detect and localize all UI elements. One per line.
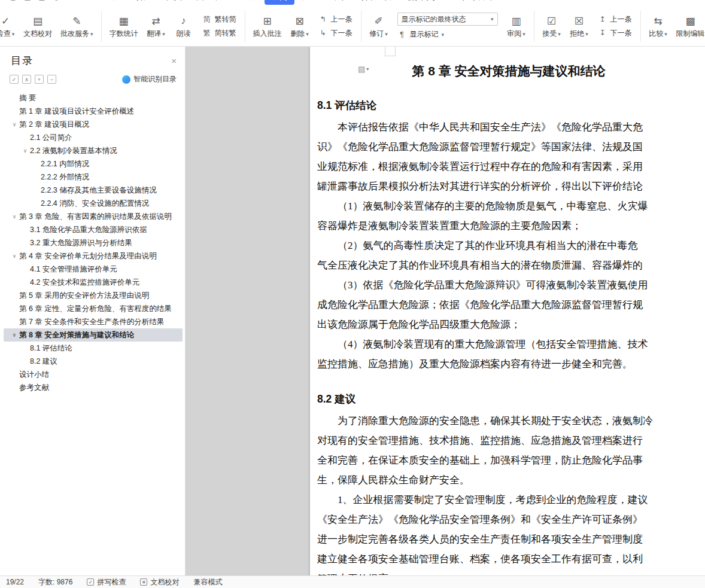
page-indicator[interactable]: 19/22 [6, 578, 24, 586]
doc-proofread-toggle[interactable]: ✕ 文档校对 [140, 577, 179, 587]
toc-item[interactable]: 2.2.1 内部情况 [4, 157, 183, 170]
undo-icon[interactable]: ↶ [63, 0, 78, 1]
toc-item[interactable]: 3.1 危险化学品重大危险源辨识依据 [4, 223, 183, 236]
toc-item[interactable]: 第 5 章 采用的安全评价方法及理由说明 [4, 289, 183, 302]
tab-页面布局[interactable]: 页面布局 [189, 0, 235, 5]
toc-item[interactable]: ∨第 2 章 建设项目概况 [4, 118, 183, 131]
ruler-toggle[interactable] [385, 47, 396, 56]
preview-icon[interactable]: ◎ [49, 0, 63, 1]
delete-comment-button[interactable]: ⊠删除▾ [286, 8, 314, 45]
simp-icon: 简 [202, 14, 212, 25]
tab-视图[interactable]: 视图 [294, 0, 324, 5]
redo-icon[interactable]: ↷ [78, 0, 92, 1]
toc-item-label: 2.2.1 内部情况 [41, 159, 89, 169]
track-changes-button[interactable]: ✐修订▾ [365, 8, 393, 45]
document-page[interactable]: ▤▾ 第 8 章 安全对策措施与建议和结论 8.1 评估结论本评估报告依据《中华… [310, 47, 705, 575]
spell-check-toggle[interactable]: ✓ 拼写检查 [87, 577, 126, 587]
tab-插入[interactable]: 插入 [159, 0, 189, 5]
correction-service-button[interactable]: ✎批改服务▾ [56, 8, 98, 45]
find-command[interactable]: 查找命令 [457, 0, 494, 2]
review-ribbon: ✓检查▾▤文档校对✎批改服务▾▦字数统计⇄翻译▾♪朗读简繁转简繁简转繁⊞插入批注… [0, 6, 705, 47]
toc-item[interactable]: 2.2.2 外部情况 [4, 170, 183, 184]
toc-item[interactable]: 8.2 建议 [4, 355, 183, 368]
toc-item[interactable]: 2.1 公司简介 [4, 131, 183, 144]
tab-引用[interactable]: 引用 [235, 0, 265, 5]
toc-item[interactable]: 第 7 章 安全条件和安全生产条件的分析结果 [4, 315, 183, 328]
insert-comment-button[interactable]: ⊞插入批注 [249, 8, 286, 45]
translate-button[interactable]: ⇄翻译▾ [142, 8, 170, 45]
toc-item-label: 2.2 液氨制冷装置基本情况 [30, 146, 117, 156]
mode-icon[interactable]: ◇ [107, 0, 121, 1]
close-icon[interactable]: × [171, 56, 177, 66]
toc-collapse-icon[interactable]: − [47, 75, 56, 84]
chevron-down-icon[interactable]: ∨ [10, 214, 19, 220]
toc-collapse-all-icon[interactable]: ∧ [22, 75, 31, 84]
smart-toc-button[interactable]: 智能识别目录 [122, 74, 177, 84]
toc-item[interactable]: 2.2.4 消防、安全设施的配置情况 [4, 197, 183, 210]
insert-comment-label: 插入批注 [253, 29, 282, 39]
quick-access-icons: ▢▤▣◎↶↷≡◇ [6, 0, 121, 1]
next-comment-button[interactable]: ↳下一条 [318, 28, 352, 38]
read-aloud-button[interactable]: ♪朗读 [170, 8, 197, 45]
document-text-line: 对现有的安全管理措施、技术措施、监控措施、应急措施及管理档案进行 [317, 431, 705, 450]
show-markup-button[interactable]: ¶显示标记▾ [397, 29, 498, 39]
save-icon[interactable]: ▤ [20, 0, 35, 1]
tab-开始[interactable]: 开始 [129, 0, 159, 5]
toc-item[interactable]: ∨第 4 章 安全评价单元划分结果及理由说明 [4, 249, 183, 263]
display-state-dropdown[interactable]: 显示标记的最终状态▾ [397, 13, 498, 26]
tab-开发工具[interactable]: 开发工具 [354, 0, 400, 5]
toc-item[interactable]: 设计小结 [4, 368, 183, 381]
word-count-label: 字数统计 [110, 29, 138, 39]
chevron-down-icon[interactable]: ∨ [10, 332, 19, 338]
dropdown-caret-icon: ▾ [491, 16, 494, 22]
doc-proofread-label: 文档校对 [150, 577, 179, 587]
prev-change-button[interactable]: ↥上一条 [598, 14, 632, 25]
smart-toc-icon [122, 75, 130, 84]
restrict-edit-button[interactable]: ▩限制编辑 [672, 8, 705, 45]
simp-to-trad-button[interactable]: 繁简转繁 [202, 28, 236, 38]
format-icon[interactable]: ≡ [92, 0, 107, 1]
toc-expand-icon[interactable]: + [35, 75, 44, 84]
toc-locate-icon[interactable]: ✓ [10, 75, 19, 84]
toc-item[interactable]: 摘 要 [4, 92, 183, 105]
tab-会员专享[interactable]: 会员专享 [400, 0, 445, 5]
toc-item[interactable]: 4.1 安全管理措施评价单元 [4, 263, 183, 276]
document-text-line: （3）依据《危险化学品重大危险源辩识》可得液氨制冷装置液氨使用 [317, 275, 705, 295]
trad-to-simp-button[interactable]: 简繁转简 [202, 14, 236, 25]
toc-item[interactable]: 3.2 重大危险源辨识与分析结果 [4, 236, 183, 249]
page-options-icon[interactable]: ▤▾ [358, 65, 369, 74]
print-icon[interactable]: ▣ [35, 0, 49, 1]
toc-item[interactable]: ∨第 8 章 安全对策措施与建议和结论 [4, 328, 183, 342]
word-count-indicator[interactable]: 字数: 9876 [38, 577, 72, 587]
toc-item[interactable]: 第 6 章 定性、定量分析危险、有害程度的结果 [4, 302, 183, 315]
chevron-down-icon[interactable]: ∨ [20, 148, 30, 154]
accept-change-button[interactable]: ☑接受▾ [538, 8, 566, 45]
chevron-down-icon[interactable]: ∨ [10, 253, 19, 259]
toc-item[interactable]: 4.2 安全技术和监控措施评价单元 [4, 276, 183, 289]
toc-item[interactable]: 8.1 评估结论 [4, 342, 183, 355]
chevron-down-icon[interactable]: ∨ [10, 121, 19, 127]
spell-check-button[interactable]: ✓检查▾ [0, 8, 19, 45]
toc-item[interactable]: 第 1 章 建设项目设计安全评价概述 [4, 105, 183, 118]
next-change-button[interactable]: ↧下一条 [598, 28, 632, 38]
document-text-line: （4）液氨制冷装置现有的重大危险源管理（包括安全管理措施、技术 [317, 334, 705, 354]
compare-button[interactable]: ⇆比较▾ [645, 8, 672, 45]
toc-item[interactable]: ∨2.2 液氨制冷装置基本情况 [4, 144, 183, 157]
toc-item-label: 4.2 安全技术和监控措施评价单元 [30, 278, 139, 288]
toc-item[interactable]: 参考文献 [4, 381, 183, 394]
tab-章节[interactable]: 章节 [324, 0, 354, 5]
document-text-line: 《安全生产法》《危险化学品安全管理条例》和《安全生产许可证条例》 [317, 510, 705, 529]
review-pane-button[interactable]: ▥审阅▾ [503, 8, 530, 45]
tab-审阅[interactable]: 审阅 [265, 0, 294, 5]
accept-icon: ☑ [547, 13, 556, 29]
toc-item[interactable]: 2.2.3 储存及其他主要设备设施情况 [4, 184, 183, 197]
delete-comment-icon: ⊠ [295, 13, 303, 29]
doc-proofread-button[interactable]: ▤文档校对 [19, 8, 56, 45]
prev-comment-button[interactable]: ↰上一条 [318, 14, 352, 25]
toc-item-label: 8.1 评估结论 [30, 343, 72, 354]
page-icon: ▤ [358, 65, 365, 74]
file-icon[interactable]: ▢ [6, 0, 20, 1]
reject-change-button[interactable]: ☒拒绝▾ [566, 8, 593, 45]
toc-item[interactable]: ∨第 3 章 危险、有害因素的辨识结果及依据说明 [4, 210, 183, 223]
word-count-button[interactable]: ▦字数统计 [105, 8, 142, 45]
